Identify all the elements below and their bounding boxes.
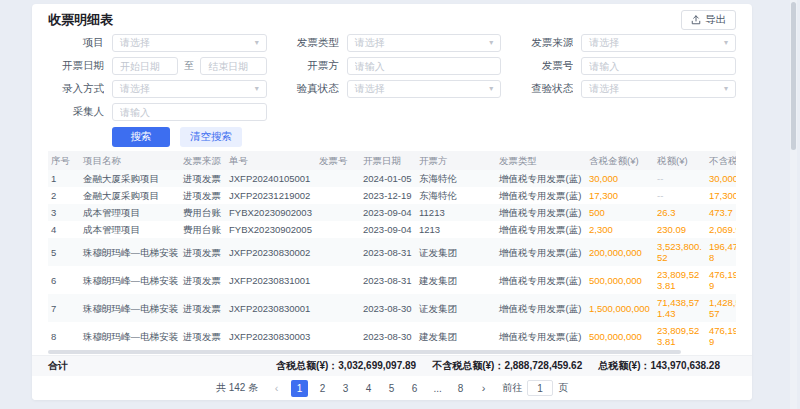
cell-amount-incl-tax: 200,000,000 [586, 238, 654, 266]
cell-project-name: 珠穆朗玛峰—电梯安装 [80, 294, 180, 322]
cell-invoice-source: 进项发票 [180, 238, 226, 266]
cell-issuer: 证发集团 [416, 294, 496, 322]
filter-field-invoice-source: 发票来源请选择▾ [517, 34, 736, 52]
column-header: 税额(¥) [654, 151, 706, 170]
table-row: 8珠穆朗玛峰—电梯安装进项发票JXFP202308300032023-08-30… [48, 322, 736, 350]
cell-issuer: 1213 [416, 221, 496, 238]
invoice-table-container: 序号项目名称发票来源单号发票号开票日期开票方发票类型含税金额(¥)税额(¥)不含… [48, 151, 736, 355]
filter-label-verify-status: 验真状态 [283, 82, 339, 96]
filter-field-verify-status: 验真状态请选择▾ [283, 80, 502, 98]
cell-invoice-source: 费用台账 [180, 221, 226, 238]
cell-order-no: JXFP20231219002 [226, 187, 316, 204]
cell-invoice-type: 增值税专用发票(蓝) [496, 266, 586, 294]
cell-amount-incl-tax: 500,000,000 [586, 322, 654, 350]
table-row: 7珠穆朗玛峰—电梯安装进项发票JXFP202308300012023-08-30… [48, 294, 736, 322]
filter-select-verify-status[interactable]: 请选择▾ [347, 80, 502, 98]
cell-invoice-type: 增值税专用发票(蓝) [496, 322, 586, 350]
clear-search-button[interactable]: 清空搜索 [180, 127, 242, 147]
table-row: 2金融大厦采购项目进项发票JXFP202312190022023-12-19东海… [48, 187, 736, 204]
cell-invoice-no [316, 204, 360, 221]
cell-issuer: 建发集团 [416, 322, 496, 350]
column-header: 单号 [226, 151, 316, 170]
prev-page-button[interactable]: ‹ [268, 380, 285, 397]
date-start-input[interactable] [112, 57, 178, 75]
filter-field-entry-method: 录入方式请选择▾ [48, 80, 267, 98]
filter-input-issuer[interactable] [347, 57, 502, 75]
page-button-6[interactable]: 6 [406, 380, 423, 397]
filter-select-invoice-type[interactable]: 请选择▾ [347, 34, 502, 52]
page-button-2[interactable]: 2 [314, 380, 331, 397]
chevron-down-icon: ▾ [489, 85, 493, 93]
table-header-row: 序号项目名称发票来源单号发票号开票日期开票方发票类型含税金额(¥)税额(¥)不含… [48, 151, 736, 170]
page-button-1[interactable]: 1 [291, 380, 308, 397]
export-button[interactable]: 导出 [681, 10, 736, 30]
cell-invoice-type: 增值税专用发票(蓝) [496, 204, 586, 221]
page-button-5[interactable]: 5 [383, 380, 400, 397]
invoice-table: 序号项目名称发票来源单号发票号开票日期开票方发票类型含税金额(¥)税额(¥)不含… [48, 151, 736, 350]
invoice-list-card: 收票明细表 导出 项目请选择▾发票类型请选择▾发票来源请选择▾开票日期至开票方发… [32, 4, 752, 400]
select-placeholder: 请选择 [120, 36, 150, 50]
filter-select-project[interactable]: 请选择▾ [112, 34, 267, 52]
export-icon [691, 15, 701, 25]
cell-invoice-type: 增值税专用发票(蓝) [496, 187, 586, 204]
cell-tax-amount: 230.09 [654, 221, 706, 238]
filter-input-invoice-no[interactable] [581, 57, 736, 75]
filter-label-entry-method: 录入方式 [48, 82, 104, 96]
cell-row-index: 6 [48, 266, 80, 294]
cell-project-name: 珠穆朗玛峰—电梯安装 [80, 238, 180, 266]
filter-field-invoice-date: 开票日期至 [48, 57, 267, 75]
horizontal-scrollbar-thumb[interactable] [48, 350, 681, 354]
filter-select-check-status[interactable]: 请选择▾ [581, 80, 736, 98]
filter-field-collector: 采集人 [48, 103, 267, 121]
cell-issuer: 证发集团 [416, 238, 496, 266]
pager-ellipsis[interactable]: ... [429, 380, 446, 397]
page-button-8[interactable]: 8 [452, 380, 469, 397]
filter-label-issuer: 开票方 [283, 59, 339, 73]
cell-amount-excl-tax: 476,190,476.19 [706, 266, 736, 294]
table-row: 3成本管理项目费用台账FYBX202309020032023-09-041121… [48, 204, 736, 221]
filter-field-check-status: 查验状态请选择▾ [517, 80, 736, 98]
column-header: 开票方 [416, 151, 496, 170]
filter-select-entry-method[interactable]: 请选择▾ [112, 80, 267, 98]
cell-amount-incl-tax: 1,500,000,000 [586, 294, 654, 322]
cell-invoice-no [316, 266, 360, 294]
filter-field-issuer: 开票方 [283, 57, 502, 75]
column-header: 发票来源 [180, 151, 226, 170]
page-button-4[interactable]: 4 [360, 380, 377, 397]
summary-item-label: 不含税总额(¥)： [432, 360, 504, 371]
summary-item-label: 含税总额(¥)： [276, 360, 338, 371]
filter-input-collector[interactable] [112, 103, 267, 121]
cell-project-name: 金融大厦采购项目 [80, 187, 180, 204]
cell-row-index: 8 [48, 322, 80, 350]
select-placeholder: 请选择 [589, 82, 619, 96]
cell-row-index: 4 [48, 221, 80, 238]
page-button-3[interactable]: 3 [337, 380, 354, 397]
summary-bar: 合计 含税总额(¥)：3,032,699,097.89不含税总额(¥)：2,88… [32, 355, 752, 376]
filter-label-collector: 采集人 [48, 105, 104, 119]
cell-tax-amount: 26.3 [654, 204, 706, 221]
cell-invoice-no [316, 170, 360, 187]
column-header: 不含税金额(¥) [706, 151, 736, 170]
date-end-input[interactable] [200, 57, 266, 75]
cell-tax-amount: 71,438,571.43 [654, 294, 706, 322]
filter-select-invoice-source[interactable]: 请选择▾ [581, 34, 736, 52]
vertical-scrollbar-thumb[interactable] [791, 2, 796, 150]
summary-item: 不含税总额(¥)：2,888,728,459.62 [432, 359, 582, 373]
cell-invoice-date: 2023-08-31 [360, 238, 416, 266]
next-page-button[interactable]: › [475, 380, 492, 397]
summary-item-label: 总税额(¥)： [598, 360, 650, 371]
page-vertical-scrollbar[interactable] [790, 0, 797, 409]
select-placeholder: 请选择 [120, 82, 150, 96]
search-button[interactable]: 搜索 [112, 127, 170, 147]
cell-amount-excl-tax: 2,069.91 [706, 221, 736, 238]
filter-label-invoice-date: 开票日期 [48, 59, 104, 73]
page-jump-input[interactable] [527, 380, 553, 396]
cell-amount-excl-tax: 476,190,476.19 [706, 322, 736, 350]
cell-invoice-no [316, 187, 360, 204]
cell-order-no: JXFP20230830001 [226, 294, 316, 322]
cell-invoice-no [316, 238, 360, 266]
cell-row-index: 2 [48, 187, 80, 204]
table-horizontal-scrollbar[interactable] [48, 350, 736, 355]
summary-item-value: 143,970,638.28 [650, 360, 720, 371]
total-count: 共 142 条 [216, 381, 258, 395]
